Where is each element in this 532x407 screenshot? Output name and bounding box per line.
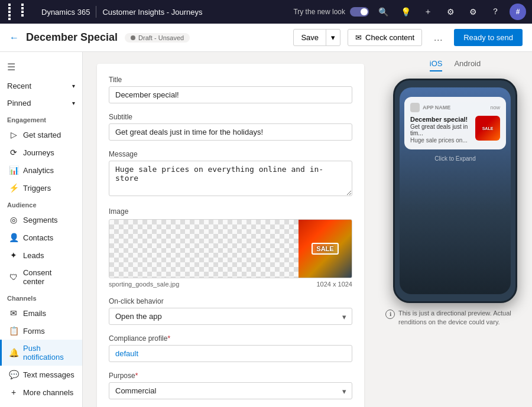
filter-icon[interactable]: ⚙ <box>442 4 459 20</box>
subtitle-input[interactable] <box>109 123 352 141</box>
check-icon: ✉ <box>355 33 362 42</box>
sidebar-label-journeys: Journeys <box>23 148 54 157</box>
sidebar-item-journeys[interactable]: ⟳ Journeys <box>0 144 82 161</box>
status-text: Draft - Unsaved <box>138 34 184 41</box>
onclick-label: On-click behavior <box>109 297 352 305</box>
sidebar-label-forms: Forms <box>23 327 45 336</box>
sidebar-item-text-messages[interactable]: 💬 Text messages <box>0 366 82 383</box>
analytics-icon: 📊 <box>9 165 18 175</box>
sidebar-item-analytics[interactable]: 📊 Analytics <box>0 161 82 179</box>
consent-icon: 🛡 <box>9 272 18 282</box>
sidebar-label-more-channels: More channels <box>23 388 73 397</box>
purpose-label: Purpose* <box>109 372 352 380</box>
sidebar-item-push-notifications[interactable]: 🔔 Push notifications <box>0 340 82 366</box>
purpose-field-group: Purpose* Commercial Transactional <box>109 372 352 399</box>
subtitle-field-group: Subtitle <box>109 113 352 141</box>
notif-image <box>475 116 500 141</box>
form-area: Title Subtitle Message Huge sale prices … <box>83 52 378 407</box>
sidebar-item-get-started[interactable]: ▷ Get started <box>0 126 82 144</box>
push-icon: 🔔 <box>9 348 18 357</box>
title-input[interactable] <box>109 86 352 103</box>
image-label: Image <box>109 207 352 216</box>
expand-label: Click to Expand <box>404 155 506 162</box>
sidebar-label-leads: Leads <box>23 251 44 260</box>
main-layout: ☰ Recent ▾ Pinned ▾ Engagement ▷ Get sta… <box>0 52 532 407</box>
compliance-required-star: * <box>167 334 170 343</box>
pinned-collapse[interactable]: Pinned ▾ <box>0 95 82 112</box>
leads-icon: ✦ <box>9 250 18 260</box>
sidebar-item-more-channels[interactable]: + More channels <box>0 383 82 401</box>
notif-text: December special! Get great deals just i… <box>410 116 472 144</box>
settings-icon[interactable]: ⚙ <box>465 4 481 20</box>
notif-title: December special! <box>410 116 472 123</box>
title-field-group: Title <box>109 76 352 103</box>
user-avatar[interactable]: # <box>510 4 526 20</box>
audience-section-label: Audience <box>0 197 82 211</box>
app-grid-icon[interactable] <box>6 1 35 22</box>
onclick-field-group: On-click behavior Open the app Open URL … <box>109 297 352 325</box>
sidebar-label-triggers: Triggers <box>23 184 51 193</box>
help-icon[interactable]: ？ <box>487 4 504 20</box>
subtitle-label: Subtitle <box>109 113 352 121</box>
title-label: Title <box>109 76 352 84</box>
notif-app: APP NAME <box>410 103 450 112</box>
info-icon: ℹ <box>385 310 395 319</box>
back-button[interactable]: ← <box>9 32 19 43</box>
new-look-switch[interactable] <box>350 7 369 17</box>
more-options-button[interactable]: … <box>429 29 447 47</box>
message-input[interactable]: Huge sale prices on everything online an… <box>109 161 352 196</box>
page-toolbar: ← December Special Draft - Unsaved Save … <box>0 24 532 52</box>
sidebar-item-emails[interactable]: ✉ Emails <box>0 304 82 322</box>
phone-screen: APP NAME now December special! Get great… <box>400 87 511 294</box>
sidebar-item-consent-center[interactable]: 🛡 Consent center <box>0 264 82 290</box>
message-field-group: Message Huge sale prices on everything o… <box>109 150 352 198</box>
recent-label: Recent <box>7 82 31 90</box>
save-dropdown-arrow[interactable]: ▾ <box>326 30 340 45</box>
status-dot <box>131 35 135 40</box>
sidebar-label-push: Push notifications <box>23 344 75 362</box>
segments-icon: ◎ <box>9 215 18 224</box>
save-button[interactable]: Save ▾ <box>293 29 340 46</box>
sidebar-item-contacts[interactable]: 👤 Contacts <box>0 229 82 246</box>
hamburger-icon[interactable]: ☰ <box>0 57 82 77</box>
recent-collapse[interactable]: Recent ▾ <box>0 77 82 95</box>
notif-message: Huge sale prices on... <box>410 137 472 144</box>
tab-android[interactable]: Android <box>454 59 481 71</box>
assets-section-label: Assets <box>0 401 82 407</box>
compliance-input[interactable] <box>109 345 352 362</box>
journeys-icon: ⟳ <box>9 148 18 157</box>
ready-to-send-button[interactable]: Ready to send <box>454 29 523 46</box>
image-dimensions: 1024 x 1024 <box>316 281 352 288</box>
notif-time: now <box>490 105 500 110</box>
sidebar-item-forms[interactable]: 📋 Forms <box>0 322 82 340</box>
sidebar-label-get-started: Get started <box>23 131 61 139</box>
sidebar: ☰ Recent ▾ Pinned ▾ Engagement ▷ Get sta… <box>0 52 83 407</box>
save-label[interactable]: Save <box>294 30 326 45</box>
tab-ios[interactable]: iOS <box>430 59 443 71</box>
form-card: Title Subtitle Message Huge sale prices … <box>97 64 364 407</box>
phone-mockup: APP NAME now December special! Get great… <box>393 79 517 303</box>
sidebar-item-leads[interactable]: ✦ Leads <box>0 246 82 264</box>
sidebar-label-contacts: Contacts <box>23 233 53 242</box>
pinned-label: Pinned <box>7 99 31 108</box>
search-icon[interactable]: 🔍 <box>375 4 391 20</box>
sidebar-item-triggers[interactable]: ⚡ Triggers <box>0 179 82 197</box>
image-dropzone[interactable]: SALE <box>109 219 352 278</box>
sidebar-label-segments: Segments <box>23 216 58 224</box>
try-new-look-toggle[interactable]: Try the new look <box>293 7 369 17</box>
add-icon[interactable]: ＋ <box>420 4 436 20</box>
more-channels-icon: + <box>9 388 18 397</box>
page-title: December Special <box>26 31 118 44</box>
sidebar-label-text: Text messages <box>23 370 74 379</box>
channels-section-label: Channels <box>0 290 82 304</box>
notification-preview-card: APP NAME now December special! Get great… <box>404 97 506 149</box>
emails-icon: ✉ <box>9 308 18 318</box>
lightbulb-icon[interactable]: 💡 <box>397 4 414 20</box>
purpose-select[interactable]: Commercial Transactional <box>109 382 352 399</box>
notif-subtitle: Get great deals just in tim... <box>410 123 472 136</box>
onclick-select[interactable]: Open the app Open URL Deep link <box>109 308 352 325</box>
preview-disclaimer: ℹ This is just a directional preview. Ac… <box>385 309 525 327</box>
check-content-button[interactable]: ✉ Check content <box>348 29 422 46</box>
onclick-select-wrapper: Open the app Open URL Deep link <box>109 308 352 325</box>
sidebar-item-segments[interactable]: ◎ Segments <box>0 211 82 229</box>
